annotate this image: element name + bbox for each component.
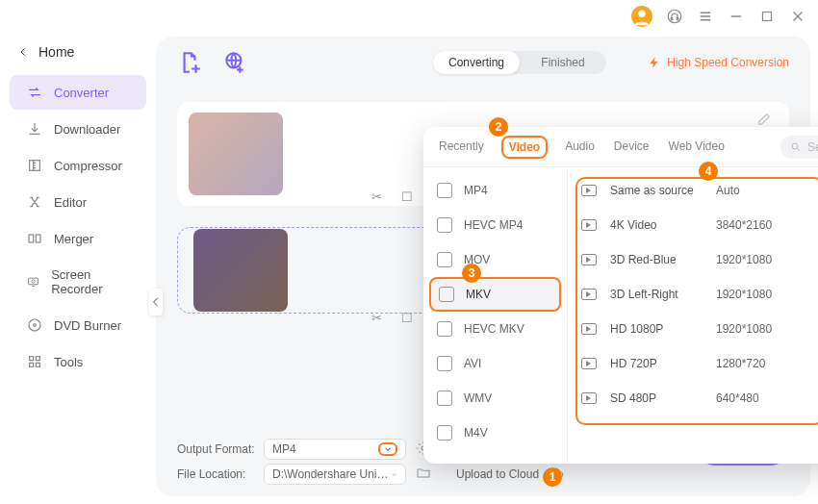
maximize-icon[interactable] [758, 8, 776, 25]
merger-icon [27, 231, 42, 246]
crop-icon[interactable]: ☐ [401, 311, 413, 325]
compressor-icon [27, 158, 42, 173]
high-speed-conversion[interactable]: High Speed Conversion [648, 56, 789, 69]
chevron-down-icon [391, 467, 397, 481]
home-label: Home [38, 44, 74, 60]
svg-rect-13 [36, 363, 39, 366]
dvd-icon [27, 317, 42, 333]
play-icon [581, 392, 597, 404]
play-icon [581, 185, 597, 196]
svg-point-9 [34, 324, 37, 327]
support-icon[interactable] [666, 8, 683, 25]
sidebar-item-merger[interactable]: Merger [10, 221, 146, 256]
svg-point-7 [32, 280, 35, 283]
resolution-option[interactable]: HD 1080P1920*1080 [581, 312, 818, 346]
file-location-select[interactable]: D:\Wondershare UniConverter 1 [264, 464, 406, 485]
sidebar-item-converter[interactable]: Converter [10, 75, 146, 110]
sidebar-item-editor[interactable]: Editor [10, 185, 146, 219]
format-option-m4v[interactable]: M4V [423, 416, 567, 450]
format-file-icon [437, 425, 452, 441]
format-tab-audio[interactable]: Audio [563, 136, 597, 159]
annotation-4: 4 [699, 162, 718, 181]
format-tab-video[interactable]: Video [501, 136, 548, 159]
crop-icon[interactable]: ☐ [401, 189, 413, 204]
file-location-label: File Location: [177, 467, 264, 481]
add-file-icon[interactable] [177, 50, 202, 75]
svg-rect-4 [29, 235, 34, 242]
svg-rect-5 [36, 235, 40, 242]
format-file-icon [437, 252, 452, 267]
format-file-icon [437, 183, 452, 198]
svg-point-15 [792, 143, 798, 149]
downloader-icon [27, 121, 42, 137]
minimize-icon[interactable] [728, 8, 745, 25]
annotation-2: 2 [489, 117, 508, 137]
thumbnail [193, 229, 288, 312]
converter-icon [27, 85, 42, 100]
svg-rect-2 [763, 13, 772, 21]
resolution-option[interactable]: 3D Red-Blue1920*1080 [581, 242, 818, 277]
svg-point-1 [668, 10, 681, 23]
sidebar-item-tools[interactable]: Tools [10, 344, 146, 379]
svg-rect-11 [36, 357, 39, 361]
collapse-sidebar[interactable] [149, 289, 163, 315]
bolt-icon [648, 56, 661, 69]
format-option-hevc-mp4[interactable]: HEVC MP4 [423, 208, 567, 242]
format-file-icon [437, 217, 452, 233]
close-icon[interactable] [789, 8, 806, 25]
resolution-option[interactable]: HD 720P1280*720 [581, 346, 818, 381]
resolution-option[interactable]: 4K Video3840*2160 [581, 208, 818, 242]
format-option-hevc-mkv[interactable]: HEVC MKV [423, 312, 567, 346]
folder-icon[interactable] [416, 466, 431, 484]
format-option-mkv[interactable]: MKV [429, 277, 561, 312]
format-option-mp4[interactable]: MP4 [423, 173, 567, 208]
play-icon [581, 219, 597, 231]
trim-icon[interactable]: ✂ [371, 311, 382, 325]
back-home[interactable]: Home [0, 40, 156, 73]
add-url-icon[interactable] [223, 50, 248, 75]
svg-rect-10 [30, 357, 34, 361]
play-icon [581, 323, 597, 335]
format-file-icon [437, 321, 452, 337]
format-tab-device[interactable]: Device [612, 136, 652, 159]
sidebar-item-label: Downloader [54, 122, 120, 137]
format-option-avi[interactable]: AVI [423, 346, 567, 381]
editor-icon [27, 194, 42, 210]
sidebar-item-screen-recorder[interactable]: Screen Recorder [10, 258, 146, 306]
play-icon [581, 254, 597, 265]
format-option-wmv[interactable]: WMV [423, 381, 567, 416]
trim-icon[interactable]: ✂ [371, 189, 382, 204]
resolution-option[interactable]: 3D Left-Right1920*1080 [581, 277, 818, 312]
segment-finished[interactable]: Finished [520, 51, 606, 74]
sidebar-item-compressor[interactable]: Compressor [10, 148, 146, 183]
format-search[interactable]: Search [780, 136, 818, 159]
sidebar-item-label: Editor [54, 195, 87, 210]
play-icon [581, 358, 597, 369]
output-format-select[interactable]: MP4 [264, 439, 406, 460]
recorder-icon [27, 274, 39, 290]
sidebar-item-label: Screen Recorder [51, 267, 129, 296]
avatar[interactable] [631, 6, 652, 27]
resolution-option[interactable]: SD 480P640*480 [581, 381, 818, 416]
format-dropdown: RecentlyVideoAudioDeviceWeb Video Search… [423, 127, 818, 464]
sidebar-item-label: Converter [54, 86, 109, 100]
menu-icon[interactable] [697, 8, 714, 25]
annotation-3: 3 [462, 264, 481, 283]
format-tab-recently[interactable]: Recently [437, 136, 486, 159]
format-option-mov[interactable]: MOV [423, 242, 567, 277]
resolution-option[interactable]: Same as sourceAuto [581, 173, 818, 208]
svg-rect-6 [29, 278, 38, 285]
upload-cloud-label: Upload to Cloud [456, 467, 539, 481]
format-tab-web-video[interactable]: Web Video [667, 136, 727, 159]
play-icon [581, 289, 597, 300]
format-file-icon [437, 391, 452, 406]
search-icon [790, 141, 802, 153]
sidebar-item-label: Merger [54, 232, 93, 246]
annotation-1: 1 [543, 467, 562, 487]
svg-point-0 [638, 11, 645, 17]
sidebar-item-downloader[interactable]: Downloader [10, 112, 146, 146]
sidebar-item-dvd-burner[interactable]: DVD Burner [10, 308, 146, 342]
chevron-down-icon [378, 442, 397, 456]
segment-converting[interactable]: Converting [433, 51, 520, 74]
svg-point-8 [29, 319, 40, 331]
